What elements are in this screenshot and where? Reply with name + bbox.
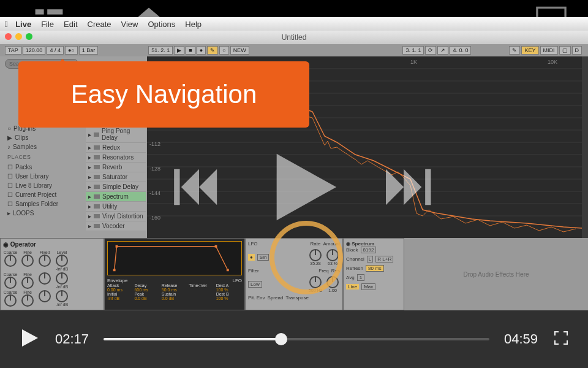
total-time: 04:59 <box>504 331 538 347</box>
category-clips[interactable]: ▶ Clips <box>5 133 81 142</box>
coarse-knob[interactable] <box>4 255 17 267</box>
menu-edit[interactable]: Edit <box>64 20 77 29</box>
fullscreen-button[interactable] <box>552 329 570 349</box>
prev-track-icon[interactable] <box>172 166 227 209</box>
menu-create[interactable]: Create <box>88 20 111 29</box>
menu-view[interactable]: View <box>121 20 138 29</box>
envelope-display[interactable] <box>107 241 242 275</box>
fine-knob[interactable] <box>21 255 34 267</box>
effect-reverb[interactable]: ▸ Reverb <box>86 163 146 172</box>
callout-easy-navigation: Easy Navigation <box>18 61 309 128</box>
effect-vocoder[interactable]: ▸ Vocoder <box>86 221 146 231</box>
spectrum-device: ◉ Spectrum Block8192 ChannelLR L+R Refre… <box>343 238 404 310</box>
current-time: 02:17 <box>55 331 89 347</box>
menubar:  Live File Edit Create View Options Hel… <box>0 17 588 31</box>
menu-options[interactable]: Options <box>148 20 175 29</box>
window-title: Untitled <box>282 33 307 42</box>
new-button[interactable]: NEW <box>230 46 249 55</box>
envelope-device: EnvelopeLFO Attack0.00 ms Decay600 ms Re… <box>104 238 245 310</box>
progress-thumb[interactable] <box>275 333 287 345</box>
level-knob[interactable] <box>56 255 68 267</box>
menu-file[interactable]: File <box>41 20 54 29</box>
place-loops[interactable]: ▸ LOOPS <box>5 209 81 218</box>
menu-help[interactable]: Help <box>185 20 202 29</box>
video-player-bar: 02:17 04:59 <box>0 310 588 368</box>
minimize-icon[interactable] <box>15 33 22 40</box>
apple-icon:  <box>5 19 8 29</box>
marker-field[interactable]: 3. 1. 1 <box>402 46 424 55</box>
effect-simpledelay[interactable]: ▸ Simple Delay <box>86 182 146 192</box>
effect-vinyl[interactable]: ▸ Vinyl Distortion <box>86 212 146 221</box>
close-icon[interactable] <box>5 33 12 40</box>
place-userlib[interactable]: ☐ User Library <box>5 172 81 181</box>
drop-audio-area[interactable]: Drop Audio Effects Here <box>404 238 588 310</box>
svg-rect-19 <box>116 245 118 248</box>
effect-redux[interactable]: ▸ Redux <box>86 143 146 153</box>
menu-app[interactable]: Live <box>15 20 31 29</box>
effect-resonators[interactable]: ▸ Resonators <box>86 153 146 163</box>
svg-rect-18 <box>113 269 116 271</box>
place-packs[interactable]: ☐ Packs <box>5 163 81 172</box>
highlight-circle <box>270 221 343 294</box>
video-center-controls <box>172 147 435 227</box>
transport-toolbar: TAP 120.00 4 / 4 ●○ 1 Bar 51. 2. 1 ▶■● ✎… <box>0 44 588 56</box>
place-samples[interactable]: ☐ Samples Folder <box>5 199 81 209</box>
tap-button[interactable]: TAP <box>5 46 21 55</box>
fixed-knob[interactable] <box>39 255 51 267</box>
place-project[interactable]: ☐ Current Project <box>5 190 81 199</box>
category-samples[interactable]: ♪ Samples <box>5 142 81 151</box>
effect-saturator[interactable]: ▸ Saturator <box>86 172 146 182</box>
progress-track[interactable] <box>104 338 489 340</box>
position-field[interactable]: 51. 2. 1 <box>148 46 173 55</box>
place-live8[interactable]: ☐ Live 8 Library <box>5 181 81 190</box>
bar-field[interactable]: 1 Bar <box>79 46 99 55</box>
effect-spectrum[interactable]: ▸ Spectrum <box>86 192 146 202</box>
midi-button[interactable]: MIDI <box>540 46 558 55</box>
play-icon[interactable] <box>263 147 343 227</box>
places-header: PLACES <box>5 151 81 163</box>
zoom-icon[interactable] <box>26 33 32 40</box>
key-button[interactable]: KEY <box>521 46 538 55</box>
operator-device: ◉ Operator Coarse Fine Fixed Level-inf d… <box>0 238 104 310</box>
effect-pingpong[interactable]: ▸ Ping Pong Delay <box>86 126 146 143</box>
svg-rect-21 <box>227 269 229 271</box>
svg-rect-20 <box>215 245 217 248</box>
length-field[interactable]: 4. 0. 0 <box>450 46 471 55</box>
play-button[interactable] <box>18 327 40 351</box>
next-track-icon[interactable] <box>380 166 435 209</box>
tempo-field[interactable]: 120.00 <box>23 46 46 55</box>
window-titlebar: Untitled <box>0 31 588 44</box>
effect-utility[interactable]: ▸ Utility <box>86 202 146 212</box>
